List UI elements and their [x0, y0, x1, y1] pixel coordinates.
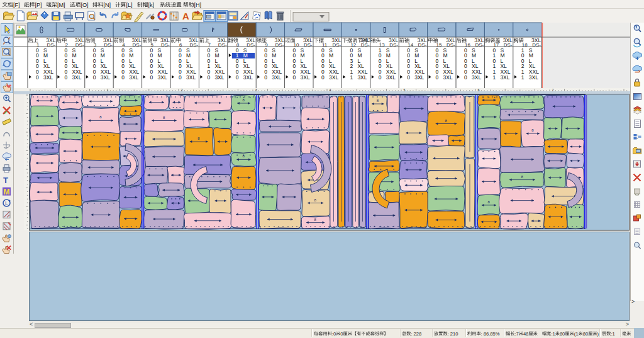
svg-text:T: T — [3, 176, 8, 185]
svg-text:4: 4 — [330, 88, 331, 92]
svg-text:DS-: DS- — [247, 42, 255, 48]
svg-text:1: 1 — [521, 74, 525, 81]
svg-text:80: 80 — [583, 331, 588, 337]
svg-text:3XL: 3XL — [414, 74, 424, 81]
svg-text:DS-: DS- — [389, 42, 398, 48]
svg-text:0: 0 — [340, 331, 343, 337]
svg-text:80: 80 — [560, 331, 565, 337]
svg-text:DS-: DS- — [75, 42, 84, 48]
svg-text:DS-: DS- — [133, 42, 142, 48]
svg-text:0: 0 — [379, 74, 382, 81]
svg-text:7: 7 — [552, 88, 554, 92]
svg-text:3: 3 — [255, 88, 257, 92]
svg-text:3XL: 3XL — [129, 74, 138, 81]
svg-text:0: 0 — [293, 74, 296, 81]
svg-text:A: A — [182, 11, 189, 21]
svg-text:DS-: DS- — [47, 42, 55, 48]
svg-text:3XL: 3XL — [529, 74, 538, 81]
svg-text:DS-: DS- — [275, 42, 284, 48]
svg-text:3XL: 3XL — [186, 74, 196, 81]
svg-text:0: 0 — [36, 74, 39, 81]
svg-text::1: :1 — [611, 331, 614, 337]
svg-text:DS-: DS- — [532, 42, 541, 48]
svg-text:DS-: DS- — [475, 42, 484, 48]
svg-text:0: 0 — [464, 74, 467, 81]
svg-text:DS-: DS- — [104, 42, 113, 48]
svg-text:DS-: DS- — [361, 42, 370, 48]
svg-text:0: 0 — [121, 74, 125, 81]
svg-text:0: 0 — [150, 74, 153, 81]
svg-text:0: 0 — [207, 74, 210, 81]
svg-text:[N]: [N] — [103, 2, 111, 8]
svg-text:DS-: DS- — [189, 42, 198, 48]
svg-text:3XL: 3XL — [472, 74, 481, 81]
svg-text:3XL: 3XL — [243, 74, 253, 81]
svg-text:L: L — [5, 200, 8, 206]
svg-text:3XL: 3XL — [301, 74, 310, 81]
svg-text:0: 0 — [93, 74, 96, 81]
svg-text:6: 6 — [478, 88, 480, 92]
svg-text:: 228: : 228 — [411, 331, 421, 337]
svg-text:3XL: 3XL — [72, 74, 81, 81]
svg-text:3XL: 3XL — [357, 74, 367, 81]
svg-text:5: 5 — [404, 88, 406, 92]
svg-text:3XL: 3XL — [443, 74, 453, 81]
svg-text:DS-: DS- — [418, 42, 427, 48]
svg-text:1: 1 — [107, 88, 109, 92]
svg-text:DS-: DS- — [332, 42, 341, 48]
svg-text:: 210: : 210 — [448, 331, 458, 337]
svg-text:[F]: [F] — [13, 2, 20, 8]
svg-text:3XL: 3XL — [43, 74, 53, 81]
svg-text:[L]: [L] — [126, 2, 132, 8]
svg-text:3XL: 3XL — [101, 74, 110, 81]
svg-text:3XL: 3XL — [500, 74, 509, 81]
svg-text:3XL: 3XL — [214, 74, 224, 81]
svg-text::7: :7 — [514, 331, 518, 337]
svg-text:0: 0 — [407, 74, 410, 81]
svg-text:DS-: DS- — [504, 42, 513, 48]
svg-text:3XL: 3XL — [158, 74, 167, 81]
svg-text:0: 0 — [321, 74, 325, 81]
svg-text:(1: (1 — [574, 331, 579, 337]
svg-text:DS-: DS- — [161, 42, 170, 48]
svg-text:2: 2 — [181, 88, 183, 92]
svg-text:48: 48 — [523, 331, 528, 337]
svg-text:3XL: 3XL — [386, 74, 396, 81]
svg-text:[H]: [H] — [194, 2, 201, 8]
svg-text:0: 0 — [179, 74, 182, 81]
svg-text:0: 0 — [64, 74, 67, 81]
svg-text::0: :0 — [332, 331, 336, 337]
svg-text:3XL: 3XL — [329, 74, 338, 81]
svg-text:[k]: [k] — [148, 2, 154, 8]
svg-text:1: 1 — [350, 74, 353, 81]
svg-text:DS-: DS- — [447, 42, 455, 48]
svg-text:[O]: [O] — [80, 2, 88, 8]
svg-text:0: 0 — [436, 74, 439, 81]
svg-text:DS-: DS- — [304, 42, 313, 48]
svg-text:[P]: [P] — [35, 2, 42, 8]
svg-text:1: 1 — [492, 74, 496, 81]
svg-text:M: M — [4, 188, 10, 196]
svg-text:0: 0 — [264, 74, 267, 81]
svg-text:: 86.85%: : 86.85% — [481, 331, 500, 337]
svg-text:0: 0 — [236, 74, 239, 81]
svg-text:DS-: DS- — [218, 42, 227, 48]
svg-text:3XL: 3XL — [272, 74, 281, 81]
svg-text::1: :1 — [551, 331, 555, 337]
svg-text:[M]: [M] — [57, 2, 65, 8]
